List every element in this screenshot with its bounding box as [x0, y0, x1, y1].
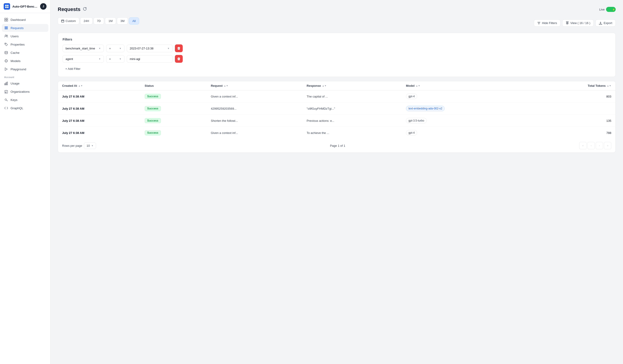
sidebar-item-label: Keys [11, 98, 17, 102]
sidebar-item-label: Cache [11, 51, 20, 55]
requests-table: Created At ▲▼ Status Request ▲▼ [58, 81, 615, 139]
sidebar-item-users[interactable]: Users [2, 32, 48, 40]
cell-model: gpt-4 [402, 127, 529, 139]
filter-operator-2[interactable]: = ▼ [106, 55, 124, 63]
svg-rect-0 [5, 5, 7, 6]
sidebar-item-keys[interactable]: Keys [2, 96, 48, 104]
delete-filter-1-button[interactable] [175, 44, 183, 52]
cell-response: The capital of ... [303, 90, 402, 102]
toolbar-actions: Hide Filters View ( 16 / 16 ) Export [534, 20, 616, 27]
view-columns-button[interactable]: View ( 16 / 16 ) [562, 20, 594, 27]
col-header-model[interactable]: Model ▲▼ [402, 81, 529, 90]
cell-model: gpt-4 [402, 90, 529, 102]
chevron-down-icon: ▼ [119, 47, 121, 50]
cell-model: gpt-3.5-turbo [402, 115, 529, 127]
time-filter-1m[interactable]: 1M [105, 17, 116, 24]
cell-response: "o9fGuyFHMDzTgi..." [303, 102, 402, 115]
svg-point-13 [5, 43, 6, 44]
export-button[interactable]: Export [596, 20, 616, 27]
col-header-response[interactable]: Response ▲▼ [303, 81, 402, 90]
chevron-down-icon: ▼ [99, 58, 101, 60]
sort-icon: ▲▼ [322, 84, 327, 87]
sidebar-item-graphql[interactable]: GraphQL [2, 104, 48, 112]
svg-rect-5 [6, 18, 8, 20]
sidebar-item-label: Models [11, 59, 21, 63]
filters-title: Filters [63, 38, 611, 41]
time-filter-7d[interactable]: 7D [93, 17, 104, 24]
delete-filter-2-button[interactable] [175, 55, 183, 63]
page-info: Page 1 of 1 [330, 144, 345, 147]
sidebar-item-usage[interactable]: Usage [2, 80, 48, 87]
svg-rect-17 [5, 83, 5, 85]
table-body: July 27 6:38 AM Success Given a context … [58, 90, 615, 139]
sidebar-item-playground[interactable]: Playground [2, 65, 48, 73]
time-filter-all[interactable]: All [129, 17, 139, 24]
sidebar-item-requests[interactable]: Requests [2, 24, 48, 32]
tag-icon [4, 42, 8, 46]
filter-value-2[interactable] [127, 55, 173, 63]
requests-table-container: Created At ▲▼ Status Request ▲▼ [58, 81, 616, 153]
sidebar-item-label: Usage [11, 82, 20, 85]
filter-row-1: benchmark_start_time ▼ = ▼ 2023-07-27-13… [63, 44, 611, 52]
sidebar-item-cache[interactable]: Cache [2, 49, 48, 57]
svg-point-14 [5, 51, 8, 52]
svg-rect-9 [5, 28, 8, 28]
svg-point-21 [5, 99, 7, 101]
svg-rect-2 [5, 7, 7, 8]
table-row[interactable]: July 27 6:38 AM Success 42995259203569..… [58, 102, 615, 115]
filter-field-2[interactable]: agent ▼ [63, 55, 104, 63]
sidebar-item-properties[interactable]: Properties [2, 40, 48, 48]
table-row[interactable]: July 27 6:38 AM Success Given a context … [58, 90, 615, 102]
sidebar-item-label: Properties [11, 43, 25, 46]
main-content: Requests Live Custom 24H 7D [50, 0, 623, 364]
cell-status: Success [140, 115, 207, 127]
table-row[interactable]: July 27 6:38 AM Success Given a context … [58, 127, 615, 139]
live-toggle[interactable] [606, 7, 616, 12]
building-icon [4, 89, 8, 94]
account-section-label: Account [2, 74, 48, 80]
last-page-button[interactable]: » [604, 142, 611, 149]
next-page-button[interactable]: › [596, 142, 603, 149]
svg-point-11 [5, 35, 6, 36]
col-header-created-at[interactable]: Created At ▲▼ [58, 81, 140, 90]
hide-filters-button[interactable]: Hide Filters [534, 20, 560, 27]
sidebar-item-organizations[interactable]: Organizations [2, 88, 48, 96]
sidebar-item-dashboard[interactable]: Dashboard [2, 16, 48, 23]
chevron-down-icon: ▼ [167, 47, 170, 50]
sort-icon: ▲▼ [607, 84, 611, 87]
cell-total-tokens: 135 [529, 115, 615, 127]
header-actions: Live [599, 7, 616, 12]
cell-status: Success [140, 102, 207, 115]
cell-request: Given a context inf... [207, 127, 303, 139]
app-name: Auto-GPT-Benchm... [12, 5, 38, 8]
pagination-row: Rows per page 10 ▼ Page 1 of 1 « ‹ › » [58, 139, 615, 152]
prev-page-button[interactable]: ‹ [587, 142, 595, 149]
filters-panel: Filters benchmark_start_time ▼ = ▼ 2023-… [58, 33, 616, 77]
add-filter-button[interactable]: + Add Filter [63, 65, 83, 72]
filter-operator-1[interactable]: = ▼ [106, 45, 124, 52]
first-page-button[interactable]: « [579, 142, 587, 149]
code-icon [4, 106, 8, 110]
play-icon [4, 67, 8, 71]
time-filter-3m[interactable]: 3M [117, 17, 128, 24]
live-badge: Live [599, 7, 616, 12]
sidebar-item-models[interactable]: Models [2, 57, 48, 65]
svg-rect-1 [7, 5, 8, 6]
col-header-total-tokens[interactable]: Total Tokens ▲▼ [529, 81, 615, 90]
sort-icon: ▲▼ [224, 84, 228, 87]
filter-value-input-2[interactable] [130, 57, 170, 61]
cell-total-tokens: 803 [529, 90, 615, 102]
time-filter-custom[interactable]: Custom [58, 17, 79, 24]
filter-value-1[interactable]: 2023-07-27-13:38 ▼ [127, 45, 173, 52]
cell-created-at: July 27 6:38 AM [58, 127, 140, 139]
chevron-down-icon: ▼ [91, 144, 93, 147]
list-icon [4, 26, 8, 30]
rows-per-page-select[interactable]: 10 ▼ [84, 142, 96, 149]
filter-field-1[interactable]: benchmark_start_time ▼ [63, 45, 104, 52]
refresh-icon[interactable] [83, 7, 87, 12]
time-filter-24h[interactable]: 24H [80, 17, 93, 24]
col-header-request[interactable]: Request ▲▼ [207, 81, 303, 90]
user-avatar[interactable]: J [40, 3, 46, 10]
chevron-down-icon: ▼ [99, 47, 101, 50]
table-row[interactable]: July 27 6:38 AM Success Shorten the foll… [58, 115, 615, 127]
